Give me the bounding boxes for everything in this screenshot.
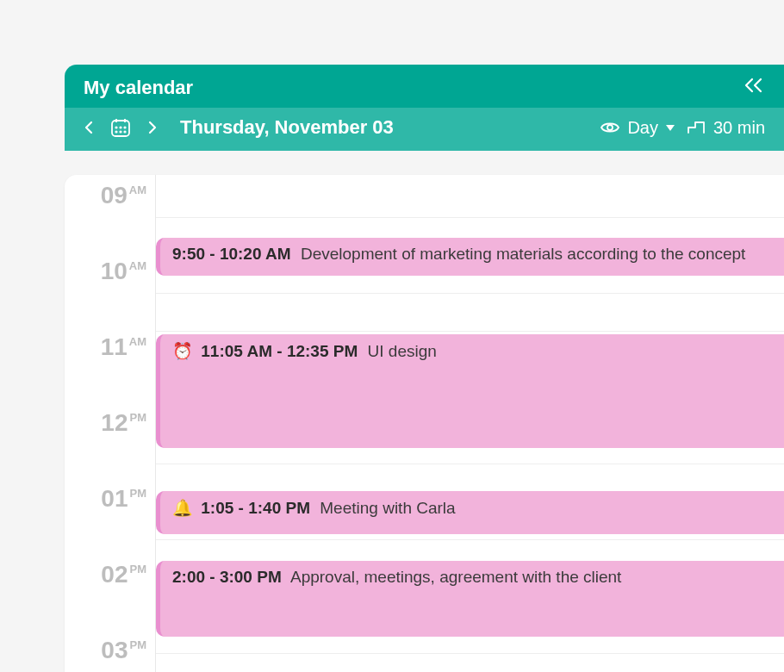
time-column: 09AM 10AM 11AM 12PM 01PM 02PM 03PM: [65, 175, 155, 672]
ampm-label: AM: [129, 335, 146, 348]
hour-label: 11: [101, 333, 128, 361]
calendar-event[interactable]: 9:50 - 10:20 AM Development of marketing…: [156, 238, 784, 276]
caret-down-icon: [665, 123, 675, 132]
event-description: UI design: [368, 342, 437, 360]
interval-label: 30 min: [713, 118, 765, 138]
event-time: 9:50 - 10:20 AM: [172, 245, 291, 263]
hour-label: 10: [101, 258, 128, 285]
svg-point-7: [120, 131, 121, 132]
collapse-panel-icon[interactable]: [743, 77, 765, 99]
event-column[interactable]: 9:50 - 10:20 AM Development of marketing…: [155, 175, 784, 672]
event-description: Meeting with Carla: [320, 499, 455, 517]
view-mode-selector[interactable]: Day: [600, 118, 675, 138]
svg-point-8: [124, 131, 125, 132]
ampm-label: AM: [129, 259, 146, 272]
event-description: Approval, meetings, agreement with the c…: [290, 568, 621, 586]
ampm-label: AM: [129, 184, 146, 196]
calendar-event[interactable]: 2:00 - 3:00 PM Approval, meetings, agree…: [156, 561, 784, 637]
svg-point-5: [124, 127, 125, 128]
eye-icon: [600, 120, 620, 135]
event-time: 11:05 AM - 12:35 PM: [201, 342, 358, 360]
hour-label: 02: [101, 561, 128, 588]
svg-point-3: [115, 127, 116, 128]
svg-point-9: [607, 125, 613, 130]
current-date-label: Thursday, November 03: [180, 116, 394, 139]
calendar-body: 09AM 10AM 11AM 12PM 01PM 02PM 03PM 9:50 …: [65, 175, 784, 672]
event-time: 1:05 - 1:40 PM: [201, 499, 310, 517]
calendar-event[interactable]: 🔔 1:05 - 1:40 PM Meeting with Carla: [156, 491, 784, 534]
hour-label: 03: [101, 637, 128, 664]
hour-label: 09: [101, 182, 128, 209]
ampm-label: PM: [130, 563, 147, 576]
calendar-event[interactable]: ⏰ 11:05 AM - 12:35 PM UI design: [156, 334, 784, 448]
steps-icon: [686, 119, 706, 136]
svg-point-4: [120, 127, 121, 128]
panel-title: My calendar: [84, 77, 193, 99]
ampm-label: PM: [130, 411, 147, 424]
hour-label: 01: [101, 485, 128, 513]
interval-selector[interactable]: 30 min: [686, 118, 765, 138]
svg-marker-10: [666, 125, 675, 131]
view-mode-label: Day: [627, 118, 658, 138]
bell-icon: 🔔: [172, 499, 193, 517]
alarm-clock-icon: ⏰: [172, 342, 193, 360]
ampm-label: PM: [130, 638, 147, 651]
hour-label: 12: [101, 409, 128, 437]
event-description: Development of marketing materials accor…: [301, 245, 745, 263]
svg-point-6: [115, 131, 116, 132]
prev-day-button[interactable]: [84, 121, 94, 134]
ampm-label: PM: [130, 487, 147, 500]
calendar-header: My calendar: [65, 65, 784, 151]
event-time: 2:00 - 3:00 PM: [172, 568, 282, 586]
next-day-button[interactable]: [147, 121, 158, 134]
calendar-icon[interactable]: [109, 116, 132, 139]
